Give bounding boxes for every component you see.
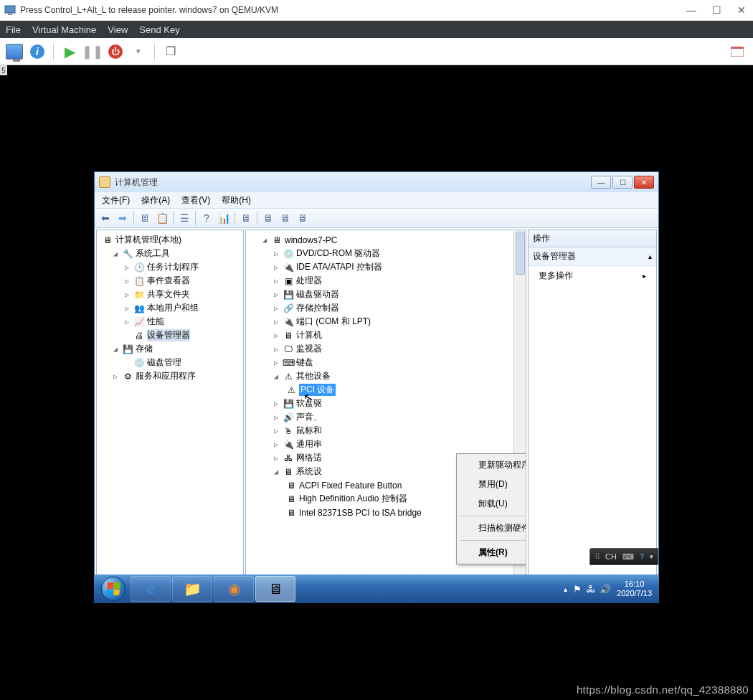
- actions-subheader[interactable]: 设备管理器 ▴: [529, 247, 656, 266]
- cm-properties[interactable]: 属性(R): [458, 543, 526, 562]
- dev-computer[interactable]: ▷🖥计算机: [247, 328, 513, 342]
- tb-show-hide-button[interactable]: 📋: [154, 210, 170, 226]
- vm-app-icon: [4, 4, 16, 16]
- outer-close-button[interactable]: ✕: [737, 4, 746, 16]
- tb-pause-button[interactable]: ❚❚: [84, 43, 101, 60]
- dev-pci-device[interactable]: ⚠PCI 设备: [247, 383, 513, 397]
- cm-disable[interactable]: 禁用(D): [458, 475, 526, 494]
- ime-help-icon[interactable]: ?: [640, 552, 644, 561]
- tb-sep: [154, 43, 155, 60]
- tray-volume-icon[interactable]: 🔊: [600, 584, 611, 595]
- mgmt-max-button[interactable]: ☐: [612, 176, 633, 189]
- outer-toolbar: i ▶ ❚❚ ⏻ ▾ ❐: [0, 38, 753, 65]
- device-context-menu: 更新驱动程序软件(P)... 禁用(D) 卸载(U) 扫描检测硬件改动(A) 属…: [456, 453, 526, 564]
- dev-root[interactable]: ◢🖥windows7-PC: [247, 233, 513, 247]
- vm-guest-screen: 计算机管理 — ☐ ✕ 文件(F) 操作(A) 查看(V) 帮助(H) ⬅ ➡ …: [0, 65, 753, 700]
- task-ie[interactable]: e: [131, 576, 171, 602]
- tree-node-device-manager[interactable]: 🖨设备管理器: [98, 328, 242, 342]
- menu-file[interactable]: File: [6, 24, 21, 35]
- tray-network-icon[interactable]: 🖧: [586, 584, 595, 595]
- menu-vm[interactable]: Virtual Machine: [32, 24, 96, 35]
- menu-view[interactable]: 查看(V): [177, 193, 214, 208]
- ime-language-bar[interactable]: ⠿ CH ⌨ ? ▾: [589, 548, 658, 565]
- mgmt-title: 计算机管理: [115, 176, 158, 189]
- tree-node-task-scheduler[interactable]: ▷🕒任务计划程序: [98, 260, 242, 274]
- tree-node-shared-folders[interactable]: ▷📁共享文件夹: [98, 288, 242, 301]
- tb-properties-button[interactable]: ☰: [176, 210, 192, 226]
- actions-header: 操作: [529, 230, 656, 247]
- dev-ports[interactable]: ▷🔌端口 (COM 和 LPT): [247, 315, 513, 328]
- tree-node-storage[interactable]: ◢💾存储: [98, 342, 242, 356]
- dev-storage-ctrl[interactable]: ▷🔗存储控制器: [247, 301, 513, 315]
- tb-run-button[interactable]: ▶: [61, 43, 78, 60]
- ime-options-icon[interactable]: ▾: [650, 553, 653, 560]
- tb-help-button[interactable]: ?: [199, 210, 214, 226]
- tree-node-local-users[interactable]: ▷👥本地用户和组: [98, 301, 242, 315]
- tb-info-button[interactable]: i: [29, 43, 46, 60]
- ime-grip-icon: ⠿: [595, 552, 600, 562]
- clock-time: 16:10: [617, 580, 652, 589]
- tb-scan-button[interactable]: 🖥: [238, 210, 254, 226]
- menu-view[interactable]: View: [108, 24, 128, 35]
- menu-action[interactable]: 操作(A): [137, 193, 174, 208]
- tray-clock[interactable]: 16:10 2020/7/13: [617, 580, 652, 598]
- tb-disable-button[interactable]: 🖥: [278, 210, 293, 226]
- tb-console-button[interactable]: [6, 43, 23, 60]
- tree-node-root[interactable]: 🖥计算机管理(本地): [98, 233, 242, 247]
- tray-flag-icon[interactable]: ⚑: [573, 584, 582, 595]
- dev-cpu[interactable]: ▷▣处理器: [247, 274, 513, 288]
- tree-node-system-tools[interactable]: ◢🔧系统工具: [98, 247, 242, 260]
- outer-titlebar[interactable]: Press Control_L+Alt_L to release pointer…: [0, 0, 753, 21]
- mgmt-min-button[interactable]: —: [591, 176, 611, 189]
- collapse-icon: ▴: [648, 252, 652, 260]
- cm-uninstall[interactable]: 卸载(U): [458, 494, 526, 514]
- tb-forward-button[interactable]: ➡: [115, 210, 131, 226]
- tb-snapshot-button[interactable]: ❐: [162, 43, 179, 60]
- dev-other[interactable]: ◢⚠其他设备: [247, 369, 513, 383]
- outer-max-button[interactable]: ☐: [712, 4, 721, 16]
- tree-node-performance[interactable]: ▷📈性能: [98, 315, 242, 328]
- menu-sendkey[interactable]: Send Key: [139, 24, 179, 35]
- cm-update-driver[interactable]: 更新驱动程序软件(P)...: [458, 455, 526, 475]
- tb-back-button[interactable]: ⬅: [98, 210, 113, 226]
- tree-node-services[interactable]: ▷⚙服务和应用程序: [98, 369, 242, 383]
- tray-show-hidden-icon[interactable]: ▴: [564, 585, 567, 593]
- tb-up-button[interactable]: 🗏: [137, 210, 153, 226]
- ime-keyboard-icon[interactable]: ⌨: [622, 552, 634, 562]
- system-tray: ▴ ⚑ 🖧 🔊 16:10 2020/7/13: [564, 580, 656, 598]
- cm-scan-hardware[interactable]: 扫描检测硬件改动(A): [458, 519, 526, 538]
- dev-monitor[interactable]: ▷🖵监视器: [247, 342, 513, 356]
- menu-file[interactable]: 文件(F): [98, 193, 134, 208]
- mgmt-close-button[interactable]: ✕: [634, 176, 654, 189]
- task-media-player[interactable]: ◉: [214, 576, 254, 602]
- cm-separator: [460, 516, 526, 516]
- outer-min-button[interactable]: —: [686, 4, 696, 16]
- mgmt-toolbar: ⬅ ➡ 🗏 📋 ☰ ? 📊 🖥 🖥 🖥 🖥: [95, 208, 658, 228]
- tb-power-dropdown[interactable]: ▾: [130, 43, 147, 60]
- menu-help[interactable]: 帮助(H): [217, 193, 255, 208]
- mgmt-titlebar[interactable]: 计算机管理 — ☐ ✕: [95, 172, 658, 192]
- start-button[interactable]: [97, 575, 130, 602]
- task-explorer[interactable]: 📁: [172, 576, 212, 602]
- tb-fullscreen-button[interactable]: [729, 43, 746, 60]
- tb-uninstall-button[interactable]: 🖥: [295, 210, 311, 226]
- actions-more-label: 更多操作: [539, 270, 573, 282]
- cm-separator: [460, 540, 526, 541]
- tb-update-driver-button[interactable]: 🖥: [260, 210, 276, 226]
- dev-ide[interactable]: ▷🔌IDE ATA/ATAPI 控制器: [247, 260, 513, 274]
- tb-refresh-button[interactable]: 📊: [216, 210, 232, 226]
- dev-dvd[interactable]: ▷💿DVD/CD-ROM 驱动器: [247, 247, 513, 260]
- tree-node-event-viewer[interactable]: ▷📋事件查看器: [98, 274, 242, 288]
- vm-manager-window: Press Control_L+Alt_L to release pointer…: [0, 0, 753, 700]
- dev-floppy[interactable]: ▷💾软盘驱: [247, 397, 513, 410]
- task-computer-mgmt[interactable]: 🖥: [255, 576, 295, 602]
- dev-disk[interactable]: ▷💾磁盘驱动器: [247, 288, 513, 301]
- dev-mouse[interactable]: ▷🖱鼠标和: [247, 424, 513, 438]
- actions-more[interactable]: 更多操作 ▸: [529, 266, 656, 285]
- dev-keyboard[interactable]: ▷⌨键盘: [247, 356, 513, 369]
- dev-usb[interactable]: ▷🔌通用串: [247, 438, 513, 451]
- dev-sound[interactable]: ▷🔊声音、: [247, 410, 513, 424]
- tree-node-disk-mgmt[interactable]: 💿磁盘管理: [98, 356, 242, 369]
- ime-lang[interactable]: CH: [605, 552, 617, 561]
- tb-power-button[interactable]: ⏻: [107, 43, 124, 60]
